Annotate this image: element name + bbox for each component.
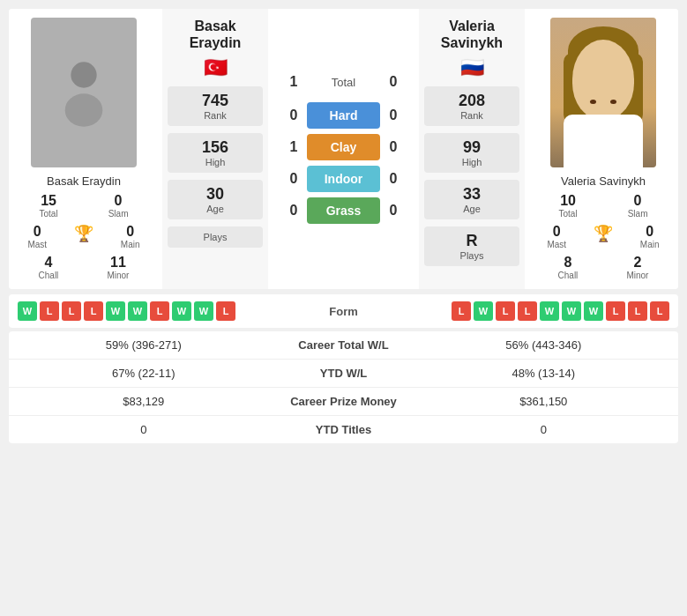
player-right-photo bbox=[550, 18, 656, 167]
player-left-slam: 0 Slam bbox=[108, 193, 129, 219]
player-right-stats-row2: 0 Mast 🏆 0 Main bbox=[534, 224, 673, 249]
player-left-total: 15 Total bbox=[40, 193, 58, 219]
clay-surface-btn[interactable]: Clay bbox=[307, 134, 380, 160]
stats-right-1: 48% (13-14) bbox=[423, 367, 665, 380]
player-right-heading: Valeria Savinykh bbox=[441, 18, 503, 51]
player-left-rank-box: 745 Rank bbox=[168, 86, 263, 126]
form-badges-right: LWLLWWWLLL bbox=[452, 301, 669, 321]
player-right-stats-row3: 8 Chall 2 Minor bbox=[534, 255, 673, 280]
player-left-chall: 4 Chall bbox=[39, 255, 59, 280]
middle-left-stats: Basak Eraydin 🇹🇷 745 Rank 156 High 30 Ag… bbox=[162, 9, 268, 289]
form-badge-left: W bbox=[128, 301, 147, 321]
player-right-minor: 2 Minor bbox=[626, 255, 648, 280]
middle-right-stats: Valeria Savinykh 🇷🇺 208 Rank 99 High 33 … bbox=[419, 9, 525, 289]
stats-row-1: 67% (22-11) YTD W/L 48% (13-14) bbox=[9, 360, 678, 388]
player-left-flag: 🇹🇷 bbox=[204, 56, 228, 79]
trophy-left: 🏆 bbox=[74, 224, 93, 249]
player-right-flag: 🇷🇺 bbox=[460, 56, 484, 79]
player-right-chall: 8 Chall bbox=[558, 255, 579, 280]
stats-left-3: 0 bbox=[23, 423, 265, 436]
trophy-right: 🏆 bbox=[594, 224, 613, 249]
player-right-card: Valeria Savinykh 10 Total 0 Slam 0 Mast … bbox=[528, 9, 678, 289]
form-badge-right: L bbox=[496, 301, 515, 321]
grass-surface-btn[interactable]: Grass bbox=[307, 197, 380, 224]
form-badge-right: L bbox=[628, 301, 647, 321]
form-badge-left: W bbox=[106, 301, 125, 321]
form-badge-right: W bbox=[474, 301, 493, 321]
player-right-plays-box: R Plays bbox=[424, 226, 519, 266]
player-left-minor: 11 Minor bbox=[107, 255, 129, 280]
player-right-rank-box: 208 Rank bbox=[424, 86, 519, 126]
clay-row: 1 Clay 0 bbox=[280, 134, 407, 160]
player-left-card: Basak Eraydin 15 Total 0 Slam 0 Mast 🏆 bbox=[9, 9, 159, 289]
player-left-photo bbox=[31, 18, 137, 167]
top-section: Basak Eraydin 15 Total 0 Slam 0 Mast 🏆 bbox=[9, 9, 678, 289]
player-right-age-box: 33 Age bbox=[424, 180, 519, 219]
form-badge-left: W bbox=[172, 301, 191, 321]
stats-table: 59% (396-271) Career Total W/L 56% (443-… bbox=[9, 331, 678, 443]
form-row: WLLLWWLWWL Form LWLLWWWLLL bbox=[18, 301, 669, 321]
form-badge-left: L bbox=[40, 301, 59, 321]
stats-row-0: 59% (396-271) Career Total W/L 56% (443-… bbox=[9, 331, 678, 360]
form-section: WLLLWWLWWL Form LWLLWWWLLL bbox=[9, 294, 678, 328]
form-badge-left: W bbox=[194, 301, 213, 321]
player-left-heading: Basak Eraydin bbox=[190, 18, 242, 51]
stats-right-2: $361,150 bbox=[423, 395, 665, 408]
stats-center-0: Career Total W/L bbox=[265, 338, 423, 352]
player-right-stats-row1: 10 Total 0 Slam bbox=[534, 193, 673, 219]
player-left-plays-box: Plays bbox=[168, 226, 263, 248]
main-container: Basak Eraydin 15 Total 0 Slam 0 Mast 🏆 bbox=[0, 0, 687, 452]
form-label: Form bbox=[317, 305, 370, 318]
total-row: 1 Total 0 bbox=[280, 74, 407, 90]
player-right-name: Valeria Savinykh bbox=[561, 174, 646, 188]
form-badge-right: L bbox=[650, 301, 669, 321]
center-comparison: 1 Total 0 0 Hard 0 1 Clay 0 0 Indoor 0 0 bbox=[272, 9, 415, 289]
player-left-age-box: 30 Age bbox=[168, 180, 263, 219]
stats-right-0: 56% (443-346) bbox=[423, 338, 665, 352]
form-badge-left: L bbox=[84, 301, 103, 321]
form-badge-right: L bbox=[606, 301, 625, 321]
player-right-slam: 0 Slam bbox=[628, 193, 648, 219]
svg-point-1 bbox=[65, 93, 103, 126]
form-badge-right: L bbox=[518, 301, 537, 321]
form-badge-left: W bbox=[18, 301, 37, 321]
stats-left-0: 59% (396-271) bbox=[23, 338, 265, 352]
player-right-main: 0 Main bbox=[640, 224, 660, 249]
form-badge-right: W bbox=[562, 301, 581, 321]
form-badge-right: W bbox=[584, 301, 603, 321]
form-badge-right: L bbox=[452, 301, 471, 321]
player-right-mast: 0 Mast bbox=[547, 224, 566, 249]
player-right-high-box: 99 High bbox=[424, 133, 519, 173]
form-badge-left: L bbox=[150, 301, 169, 321]
player-right-total: 10 Total bbox=[559, 193, 578, 219]
stats-center-2: Career Prize Money bbox=[265, 395, 423, 408]
stats-center-1: YTD W/L bbox=[265, 367, 423, 380]
stats-left-1: 67% (22-11) bbox=[23, 367, 265, 380]
form-badge-right: W bbox=[540, 301, 559, 321]
stats-row-2: $83,129 Career Prize Money $361,150 bbox=[9, 388, 678, 416]
player-left-name: Basak Eraydin bbox=[47, 174, 121, 188]
player-left-main: 0 Main bbox=[121, 224, 140, 249]
grass-row: 0 Grass 0 bbox=[280, 197, 407, 224]
stats-left-2: $83,129 bbox=[23, 395, 265, 408]
player-left-stats-row1: 15 Total 0 Slam bbox=[14, 193, 153, 219]
stats-right-3: 0 bbox=[423, 423, 665, 436]
svg-point-0 bbox=[71, 62, 96, 87]
player-left-stats-row3: 4 Chall 11 Minor bbox=[14, 255, 153, 280]
hard-surface-btn[interactable]: Hard bbox=[307, 102, 380, 129]
indoor-surface-btn[interactable]: Indoor bbox=[307, 166, 380, 192]
indoor-row: 0 Indoor 0 bbox=[280, 166, 407, 192]
form-badge-left: L bbox=[62, 301, 81, 321]
hard-row: 0 Hard 0 bbox=[280, 102, 407, 129]
form-badges-left: WLLLWWLWWL bbox=[18, 301, 235, 321]
player-left-stats-row2: 0 Mast 🏆 0 Main bbox=[14, 224, 153, 249]
player-left-high-box: 156 High bbox=[168, 133, 263, 173]
player-left-mast: 0 Mast bbox=[27, 224, 47, 249]
stats-row-3: 0 YTD Titles 0 bbox=[9, 416, 678, 443]
form-badge-left: L bbox=[216, 301, 235, 321]
stats-center-3: YTD Titles bbox=[265, 423, 423, 436]
